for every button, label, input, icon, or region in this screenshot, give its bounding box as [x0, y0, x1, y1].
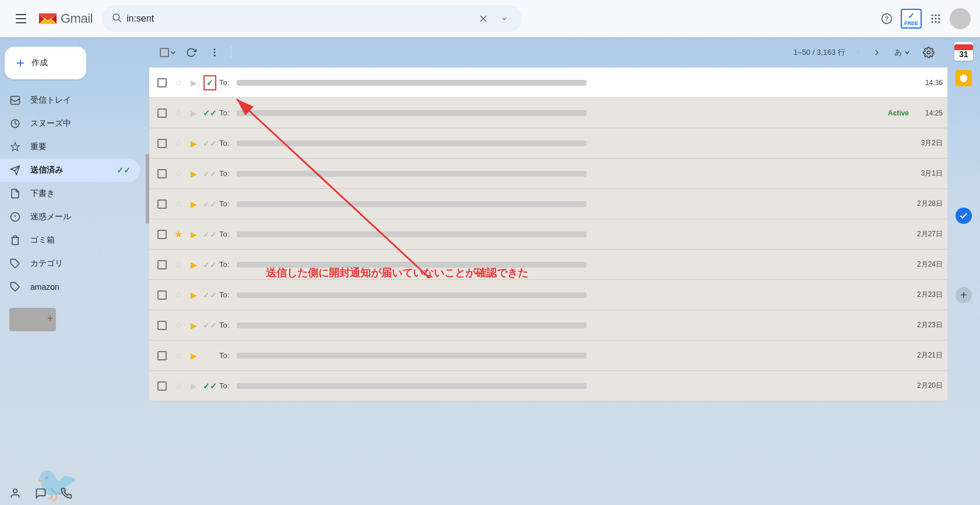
email-10-date: 2月21日: [914, 350, 943, 360]
free-extension-badge[interactable]: ✓ FREE: [901, 9, 922, 29]
email-5-star[interactable]: ☆: [170, 198, 187, 209]
email-11-important[interactable]: ▶: [187, 381, 201, 391]
email-8-star[interactable]: ☆: [170, 289, 187, 300]
hamburger-menu[interactable]: [9, 7, 33, 30]
pagination-text: 1–50 / 3,163 行: [793, 47, 845, 58]
double-checkmark-gray-icon: ✓✓: [203, 139, 217, 148]
email-row[interactable]: ☆ ▶ ✓✓ To: 2月23日: [149, 310, 947, 341]
email-6-checkbox[interactable]: [157, 230, 167, 239]
email-checkbox-wrap: [154, 108, 170, 118]
email-checkbox-wrap: [154, 351, 170, 360]
email-8-to: To:: [219, 290, 237, 299]
email-6-star[interactable]: ★: [170, 229, 187, 240]
email-row[interactable]: ☆ ▶ ✓✓ To: Active 14:25: [149, 98, 947, 128]
email-1-star[interactable]: ☆: [170, 77, 187, 88]
email-7-checkbox[interactable]: [157, 260, 167, 269]
email-4-star[interactable]: ☆: [170, 168, 187, 179]
top-right-actions: ? ✓ FREE: [875, 7, 971, 30]
select-all-checkbox[interactable]: [160, 48, 169, 57]
email-9-star[interactable]: ☆: [170, 320, 187, 331]
email-row[interactable]: ☆ ▶ ✓✓ To: 2月23日: [149, 280, 947, 310]
sidebar-item-drafts[interactable]: 下書き: [0, 182, 140, 205]
email-row[interactable]: ☆ ▶ ✓✓ To: 2月24日: [149, 250, 947, 280]
email-row[interactable]: ☆ ▶ ✓ To: 14:36: [149, 68, 947, 98]
prev-page-button[interactable]: [850, 44, 866, 61]
email-row[interactable]: ☆ ▶ ✓✓ To: 3月1日: [149, 159, 947, 189]
email-6-important[interactable]: ▶: [187, 230, 201, 239]
email-4-checkbox[interactable]: [157, 169, 167, 178]
more-options-button[interactable]: [205, 43, 224, 62]
sidebar-item-categories[interactable]: カテゴリ: [0, 252, 140, 275]
email-7-to: To:: [219, 260, 237, 269]
email-11-checkbox[interactable]: [157, 381, 167, 391]
language-button[interactable]: あ: [890, 45, 915, 60]
email-row[interactable]: ☆ ▶ ✓✓ To: 3月2日: [149, 128, 947, 159]
sidebar-item-important[interactable]: 重要: [0, 135, 140, 159]
contacts-button[interactable]: [5, 483, 26, 504]
sidebar-item-amazon[interactable]: amazon: [0, 275, 140, 299]
shield-button[interactable]: [956, 70, 972, 86]
email-row[interactable]: ☆ ▶ To: 2月21日: [149, 341, 947, 371]
email-9-checkbox[interactable]: [157, 321, 167, 330]
email-2-checkbox[interactable]: [157, 108, 167, 118]
compose-button[interactable]: + 作成: [5, 47, 86, 79]
sidebar-item-spam[interactable]: 迷惑メール: [0, 205, 140, 229]
blue-check-button[interactable]: [956, 208, 972, 224]
gmail-m-icon: [37, 8, 58, 29]
next-page-button[interactable]: [869, 44, 885, 61]
settings-button[interactable]: [919, 43, 938, 62]
email-9-content-bar: [237, 322, 586, 328]
sidebar-item-snoozed[interactable]: スヌーズ中: [0, 112, 140, 135]
calendar-button[interactable]: 31: [954, 42, 973, 61]
email-4-important[interactable]: ▶: [187, 169, 201, 178]
email-11-star[interactable]: ☆: [170, 380, 187, 391]
add-label-button[interactable]: +: [42, 310, 58, 327]
add-button[interactable]: +: [956, 287, 972, 303]
email-10-star[interactable]: ☆: [170, 350, 187, 361]
chat-button[interactable]: [30, 483, 51, 504]
gmail-text-label: Gmail: [61, 11, 93, 26]
email-row[interactable]: ☆ ▶ ✓✓ To: 2月28日: [149, 189, 947, 219]
email-2-to: To:: [219, 108, 237, 117]
select-all-button[interactable]: [159, 43, 177, 62]
email-2-important[interactable]: ▶: [187, 108, 201, 118]
search-clear-button[interactable]: [475, 10, 491, 27]
phone-button[interactable]: [56, 483, 77, 504]
help-button[interactable]: ?: [875, 7, 898, 30]
email-11-date: 2月20日: [914, 381, 943, 391]
free-text-label: FREE: [904, 20, 918, 26]
svg-point-29: [928, 51, 930, 54]
email-5-content-bar: [237, 201, 586, 207]
email-10-important[interactable]: ▶: [187, 351, 201, 360]
email-7-content-bar: [237, 262, 586, 268]
email-5-date: 2月28日: [914, 199, 943, 209]
double-checkmark-green-icon: ✓✓: [203, 381, 217, 391]
email-5-checkbox[interactable]: [157, 199, 167, 209]
email-1-important[interactable]: ▶: [187, 78, 201, 87]
email-3-important[interactable]: ▶: [187, 139, 201, 148]
svg-point-27: [214, 52, 216, 54]
search-options-button[interactable]: [496, 10, 512, 27]
search-input[interactable]: [127, 13, 470, 24]
email-8-checkbox[interactable]: [157, 290, 167, 300]
refresh-button[interactable]: [182, 43, 201, 62]
email-3-star[interactable]: ☆: [170, 138, 187, 149]
email-7-star[interactable]: ☆: [170, 259, 187, 270]
email-5-important[interactable]: ▶: [187, 199, 201, 209]
email-1-checkbox[interactable]: [157, 78, 167, 87]
email-3-checkbox[interactable]: [157, 139, 167, 148]
email-7-important[interactable]: ▶: [187, 260, 201, 269]
email-2-star[interactable]: ☆: [170, 107, 187, 118]
email-8-important[interactable]: ▶: [187, 290, 201, 300]
sidebar-item-sent[interactable]: 送信済み ✓✓: [0, 159, 140, 182]
email-6-meta: 2月27日: [914, 229, 943, 239]
user-avatar[interactable]: [950, 8, 971, 29]
sidebar-item-inbox[interactable]: 受信トレイ: [0, 89, 140, 112]
sidebar-item-trash[interactable]: ゴミ箱: [0, 229, 140, 252]
apps-button[interactable]: [924, 7, 947, 30]
email-10-checkbox[interactable]: [157, 351, 167, 360]
trash-icon: [9, 234, 21, 246]
email-row[interactable]: ★ ▶ ✓✓ To: 2月27日: [149, 219, 947, 250]
email-9-important[interactable]: ▶: [187, 321, 201, 330]
email-row[interactable]: ☆ ▶ ✓✓ To: 2月20日: [149, 371, 947, 401]
